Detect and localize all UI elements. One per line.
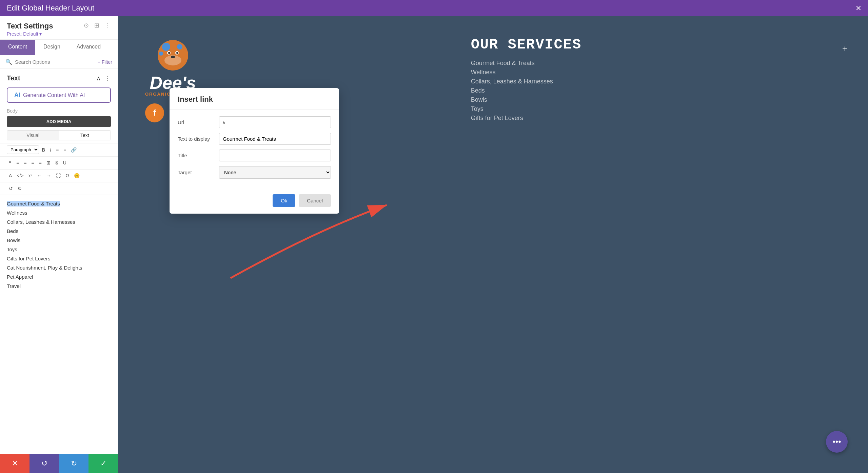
superscript-button[interactable]: x² (26, 172, 35, 180)
target-icon[interactable]: ⊙ (84, 22, 89, 29)
section-controls: ∧ ⋮ (96, 75, 111, 82)
more-icon[interactable]: ⋮ (105, 22, 111, 29)
text-color-button[interactable]: A (7, 172, 14, 180)
left-panel: Text Settings Preset: Default ▾ ⊙ ⊞ ⋮ Co… (0, 16, 118, 473)
save-button[interactable]: ✓ (88, 454, 118, 473)
main-layout: Text Settings Preset: Default ▾ ⊙ ⊞ ⋮ Co… (0, 16, 868, 473)
ai-button-label: Generate Content With AI (23, 92, 85, 98)
dialog-title: Insert link (178, 95, 213, 103)
svg-point-1 (162, 43, 170, 51)
top-bar: Edit Global Header Layout × (0, 0, 868, 16)
text-display-label: Text to display (178, 136, 215, 142)
undo-bottom-button[interactable]: ↺ (29, 454, 59, 473)
redo-bottom-button[interactable]: ↻ (59, 454, 88, 473)
tab-advanced[interactable]: Advanced (68, 40, 109, 55)
align-right-button[interactable]: ≡ (29, 159, 36, 167)
title-row: Title (178, 150, 331, 161)
redo-button[interactable]: ↻ (16, 184, 24, 193)
content-apparel: Pet Apparel (7, 274, 33, 280)
tab-visual[interactable]: Visual (7, 131, 59, 140)
services-list: Gourmet Food & Treats Wellness Collars, … (471, 60, 581, 122)
italic-button[interactable]: I (48, 146, 53, 154)
content-area[interactable]: Gourmet Food & Treats Wellness Collars, … (0, 195, 118, 295)
underline-button[interactable]: U (61, 159, 68, 167)
tab-design[interactable]: Design (35, 40, 68, 55)
editor-toolbar-3: A </> x² ← → ⛶ Ω 😊 (0, 169, 118, 182)
paragraph-select[interactable]: Paragraph (7, 145, 39, 154)
content-travel: Travel (7, 283, 21, 289)
dialog-header: Insert link (170, 88, 339, 110)
filter-button[interactable]: + Filter (98, 59, 112, 65)
facebook-icon[interactable]: f (145, 103, 164, 122)
undo-button[interactable]: ↺ (7, 184, 15, 193)
service-item: Bowls (471, 96, 581, 103)
blockquote-button[interactable]: ❝ (7, 159, 14, 167)
fab-button[interactable]: ••• (826, 431, 848, 453)
content-gifts: Gifts for Pet Lovers (7, 256, 50, 261)
plus-button[interactable]: + (842, 43, 848, 54)
search-input[interactable] (15, 59, 95, 65)
service-item: Gourmet Food & Treats (471, 60, 581, 67)
svg-point-9 (171, 56, 175, 58)
panel-header: Text Settings Preset: Default ▾ ⊙ ⊞ ⋮ (0, 16, 118, 40)
align-center-button[interactable]: ≡ (22, 159, 28, 167)
fullscreen-button[interactable]: ⛶ (54, 172, 63, 180)
service-item: Toys (471, 105, 581, 113)
chevron-up-icon[interactable]: ∧ (96, 75, 101, 82)
close-button[interactable]: × (856, 3, 861, 14)
service-item: Beds (471, 87, 581, 94)
fab-icon: ••• (832, 437, 841, 447)
strikethrough-button[interactable]: S̶ (53, 159, 60, 167)
indent-left-button[interactable]: ← (35, 172, 44, 180)
ok-button[interactable]: Ok (273, 194, 295, 207)
services-area: our services Gourmet Food & Treats Welln… (471, 37, 581, 124)
indent-right-button[interactable]: → (44, 172, 53, 180)
special-char-button[interactable]: Ω (63, 172, 71, 180)
svg-point-8 (176, 52, 178, 54)
title-input[interactable] (219, 150, 331, 161)
svg-point-3 (159, 52, 163, 56)
emoji-button[interactable]: 😊 (72, 172, 82, 180)
editor-toolbar: Paragraph B I ≡ ≡ 🔗 (0, 143, 118, 156)
content-wellness: Wellness (7, 210, 27, 216)
ai-generate-button[interactable]: AI Generate Content With AI (7, 87, 111, 103)
right-panel: Dee's ORGANIC PET FOOD f ✕ 📷 our service… (118, 16, 868, 473)
services-title: our services (471, 37, 581, 53)
service-item: Collars, Leashes & Harnesses (471, 78, 581, 85)
target-select[interactable]: None _blank _self _parent _top (219, 166, 331, 179)
justify-button[interactable]: ≡ (37, 159, 44, 167)
svg-point-2 (177, 44, 182, 50)
content-cat: Cat Nourishment, Play & Delights (7, 265, 82, 271)
bottom-bar: ✕ ↺ ↻ ✓ (0, 454, 118, 473)
cancel-button[interactable]: ✕ (0, 454, 29, 473)
editor-toolbar-2: ❝ ≡ ≡ ≡ ≡ ⊞ S̶ U (0, 156, 118, 169)
text-display-input[interactable] (219, 133, 331, 145)
add-media-button[interactable]: ADD MEDIA (7, 116, 111, 127)
content-toys: Toys (7, 247, 17, 252)
content-link-gourmet[interactable]: Gourmet Food & Treats (7, 201, 60, 206)
ai-icon: AI (14, 92, 20, 99)
source-code-button[interactable]: </> (15, 172, 25, 180)
columns-icon[interactable]: ⊞ (94, 22, 99, 29)
tab-content[interactable]: Content (0, 40, 35, 55)
section-more-icon[interactable]: ⋮ (105, 75, 111, 82)
ordered-list-button[interactable]: ≡ (61, 146, 68, 154)
preset-label[interactable]: Preset: Default ▾ (7, 31, 111, 37)
table-button[interactable]: ⊞ (44, 159, 53, 167)
text-section-title: Text (7, 74, 20, 82)
page-title: Edit Global Header Layout (7, 4, 94, 13)
target-label: Target (178, 170, 215, 175)
url-input[interactable] (219, 116, 331, 128)
bold-button[interactable]: B (40, 146, 47, 154)
unordered-list-button[interactable]: ≡ (54, 146, 61, 154)
logo-svg (146, 37, 200, 74)
body-label: Body (0, 108, 118, 116)
search-bar: 🔍 + Filter (0, 55, 118, 69)
content-beds: Beds (7, 228, 18, 234)
align-left-button[interactable]: ≡ (14, 159, 21, 167)
dialog-cancel-button[interactable]: Cancel (299, 194, 331, 207)
link-button[interactable]: 🔗 (69, 146, 79, 154)
service-item: Gifts for Pet Lovers (471, 115, 581, 122)
url-row: Url (178, 116, 331, 128)
tab-text[interactable]: Text (59, 131, 111, 140)
